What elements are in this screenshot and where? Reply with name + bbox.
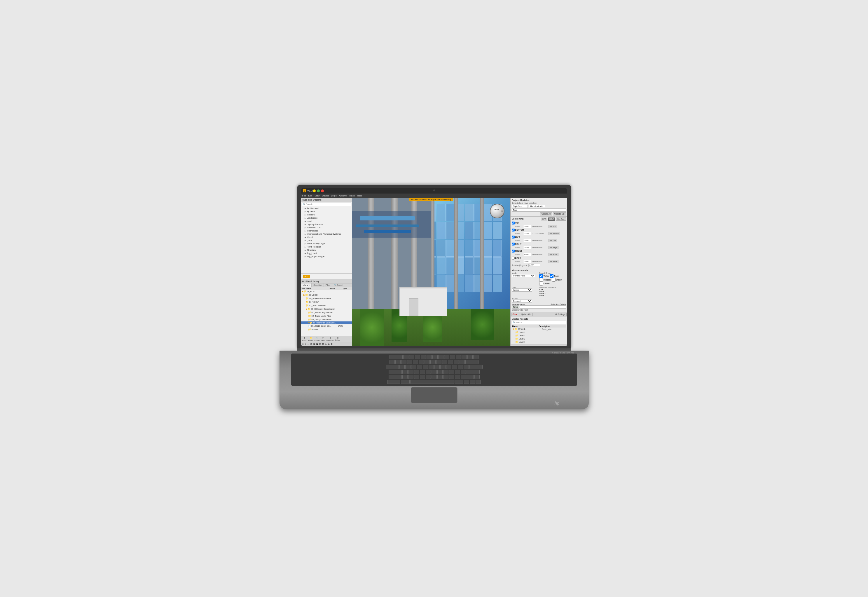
key-1[interactable] — [395, 360, 401, 364]
key-equal[interactable] — [459, 360, 465, 364]
tree-item-level[interactable]: ▶ Level — [301, 220, 352, 223]
file-row-archive[interactable]: 📁 Archive — [301, 328, 352, 331]
download-button[interactable]: ⬆ — [329, 337, 332, 340]
key-comma[interactable] — [443, 375, 449, 379]
file-row-03model[interactable]: ▶📁 03_3D Model Coordination — [301, 307, 352, 311]
file-row-04floor[interactable]: ▼📁 04_Floor Plan Backgrou... — [301, 321, 352, 325]
key-f12[interactable] — [467, 355, 473, 359]
key-z[interactable] — [402, 375, 407, 379]
key-f11[interactable] — [462, 355, 467, 359]
center-checkbox[interactable] — [539, 282, 543, 285]
key-f10[interactable] — [456, 355, 461, 359]
key-del[interactable] — [473, 355, 478, 359]
tree-item-bylevel[interactable]: ▶ By Level — [301, 210, 352, 213]
sect-right-offset-input[interactable] — [523, 246, 531, 249]
tree-item-tag-physicaltype[interactable]: ▶ Tag_PhysicalType — [301, 255, 352, 258]
key-6[interactable] — [425, 360, 430, 364]
key-x[interactable] — [408, 375, 413, 379]
key-f7[interactable] — [438, 355, 443, 359]
preset-level4[interactable]: 📁 Level 4 — [512, 340, 566, 344]
key-f2[interactable] — [409, 355, 414, 359]
key-0[interactable] — [448, 360, 453, 364]
key-up[interactable] — [474, 375, 480, 379]
menu-archive[interactable]: Archive — [339, 195, 347, 197]
key-bracket-r[interactable] — [464, 365, 469, 369]
tree-item-architectural[interactable]: ▶ Architectural — [301, 207, 352, 210]
key-period[interactable] — [449, 375, 454, 379]
sect-top-checkbox[interactable] — [512, 221, 515, 224]
key-w[interactable] — [405, 365, 410, 369]
nav-widget[interactable]: FRONT R — [490, 204, 504, 218]
key-alt[interactable] — [401, 380, 410, 384]
maximize-button[interactable] — [317, 190, 320, 192]
rotation-input[interactable] — [528, 264, 540, 267]
menu-track[interactable]: Track — [349, 195, 355, 197]
key-enter[interactable] — [467, 370, 480, 374]
tree-item-tag-level[interactable]: ▶ Tag_Level — [301, 252, 352, 255]
set-box-button[interactable]: Set Box — [556, 217, 566, 221]
key-d[interactable] — [414, 370, 419, 374]
key-f5[interactable] — [427, 355, 432, 359]
file-row-00procurement[interactable]: 📁 00_Project Procurement — [301, 297, 352, 300]
menu-logic[interactable]: Logic — [331, 195, 337, 197]
sect-back-offset-input[interactable] — [523, 260, 531, 263]
menu-file[interactable]: File — [302, 195, 306, 197]
key-space[interactable] — [410, 380, 454, 384]
key-slash[interactable] — [455, 375, 460, 379]
menu-object[interactable]: Object — [322, 195, 329, 197]
sect-left-checkbox[interactable] — [512, 236, 515, 239]
key-f4[interactable] — [421, 355, 426, 359]
vertex-checkbox[interactable] — [539, 274, 543, 278]
tab-search[interactable]: 🔍Search — [332, 284, 345, 287]
file-row-03design[interactable]: 📁 03_Design Team Files — [301, 318, 352, 321]
key-5[interactable] — [419, 360, 424, 364]
key-t[interactable] — [423, 365, 428, 369]
key-fn[interactable] — [455, 380, 463, 384]
file-row-03rcs[interactable]: ▶📁 03_RCS — [301, 290, 352, 293]
preset-level1[interactable]: 📁 Level 1 — [512, 331, 566, 334]
tree-item-materials[interactable]: ▶ Materials - CAD — [301, 226, 352, 229]
key-p[interactable] — [452, 365, 457, 369]
file-row-01vdcxp[interactable]: 📁 01_VDCxP — [301, 300, 352, 304]
presets-search-input[interactable] — [515, 321, 565, 324]
sect-left-offset-input[interactable] — [523, 239, 531, 242]
sect-front-offset-input[interactable] — [523, 253, 531, 256]
key-r[interactable] — [417, 365, 422, 369]
key-backspace[interactable] — [465, 360, 478, 364]
key-f3[interactable] — [415, 355, 420, 359]
key-j[interactable] — [437, 370, 443, 374]
menu-edit[interactable]: Edit — [308, 195, 312, 197]
key-9[interactable] — [442, 360, 447, 364]
file-row-02trade[interactable]: 📁 02_Trade Model Files — [301, 315, 352, 318]
sect-bottom-checkbox[interactable] — [512, 229, 515, 232]
key-8[interactable] — [436, 360, 441, 364]
key-c[interactable] — [414, 375, 419, 379]
key-right[interactable] — [475, 380, 481, 384]
key-e[interactable] — [411, 365, 416, 369]
key-q[interactable] — [400, 365, 405, 369]
sect-set-left-button[interactable]: Set Left — [548, 239, 557, 242]
sect-set-bottom-button[interactable]: Set Bottom — [548, 232, 560, 235]
preset-level3[interactable]: 📁 Level 3 — [512, 337, 566, 340]
sect-front-checkbox[interactable] — [512, 249, 515, 252]
label-button[interactable]: 🏷 — [321, 337, 324, 339]
sect-set-front-button[interactable]: Set Front — [548, 253, 559, 256]
units-select[interactable]: Inches — [512, 288, 532, 292]
preset-level2[interactable]: 📁 Level 2 — [512, 334, 566, 337]
sect-top-offset-input[interactable] — [523, 225, 531, 228]
presets-delete-button[interactable]: 🗑 Delete — [559, 346, 566, 346]
key-left[interactable] — [464, 380, 469, 384]
key-m[interactable] — [437, 375, 443, 379]
key-backslash[interactable] — [470, 365, 483, 369]
key-lshift[interactable] — [389, 375, 402, 379]
sect-off-button[interactable]: OFF — [541, 217, 547, 221]
sect-bottom-offset-input[interactable] — [523, 232, 531, 235]
tree-item-model[interactable]: ▶ Model — [301, 236, 352, 239]
sect-set-top-button[interactable]: Set Top — [548, 225, 557, 228]
assign-button[interactable]: 🔗 — [315, 337, 319, 340]
key-bracket-l[interactable] — [458, 365, 463, 369]
key-quote[interactable] — [461, 370, 466, 374]
clear-button[interactable]: Clear — [511, 313, 519, 316]
key-l[interactable] — [449, 370, 454, 374]
key-caps[interactable] — [389, 370, 402, 374]
